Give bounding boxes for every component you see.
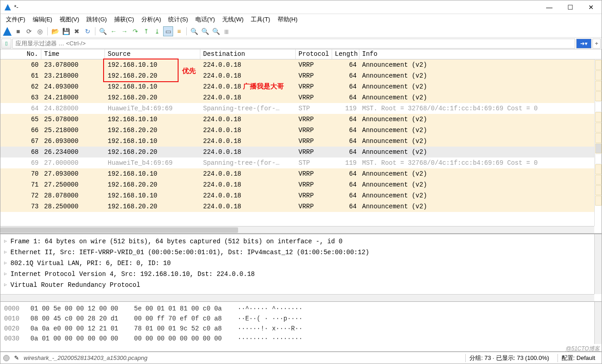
packet-row[interactable]: 6625.218000192.168.20.20224.0.0.18VRRP64…: [0, 125, 594, 136]
packet-row[interactable]: 7027.093000192.168.10.10224.0.0.18VRRP64…: [0, 168, 594, 179]
packet-row[interactable]: 6826.234000192.168.20.20224.0.0.18VRRP64…: [0, 147, 594, 157]
packet-list: No. Time Source Destination Protocol Len…: [0, 49, 602, 234]
header-protocol[interactable]: Protocol: [296, 49, 332, 59]
packet-row[interactable]: 6123.218000192.168.20.20224.0.0.18VRRP64…: [0, 70, 594, 81]
status-packets: 分组: 73 · 已显示: 73 (100.0%): [465, 354, 553, 362]
close-button[interactable]: ✕: [581, 0, 602, 14]
packet-details-body[interactable]: ▷Frame 1: 64 bytes on wire (512 bits), 6…: [0, 234, 594, 294]
header-time[interactable]: Time: [41, 49, 105, 59]
hex-row[interactable]: 000001 00 5e 00 00 12 00 005e 00 01 01 8…: [4, 304, 591, 314]
save-icon[interactable]: 💾: [61, 26, 71, 36]
menu-item[interactable]: 分析(A): [139, 15, 164, 25]
detail-line[interactable]: ▷Internet Protocol Version 4, Src: 192.1…: [4, 269, 591, 280]
jump-icon[interactable]: ↷: [130, 26, 140, 36]
reload-icon[interactable]: ↻: [83, 26, 93, 36]
menu-item[interactable]: 统计(S): [165, 15, 190, 25]
detail-line[interactable]: ▷802.1Q Virtual LAN, PRI: 6, DEI: 0, ID:…: [4, 258, 591, 269]
display-filter-input[interactable]: [12, 39, 575, 49]
resize-columns-icon[interactable]: ⫼: [222, 26, 232, 36]
caret-icon[interactable]: ▷: [4, 258, 10, 269]
packet-list-header: No. Time Source Destination Protocol Len…: [0, 49, 602, 59]
status-profile: 配置: Default: [557, 354, 599, 362]
detail-line[interactable]: ▷Frame 1: 64 bytes on wire (512 bits), 6…: [4, 236, 591, 247]
packet-row[interactable]: 7228.078000192.168.10.10224.0.0.18VRRP64…: [0, 190, 594, 201]
menu-item[interactable]: 帮助(H): [275, 15, 300, 25]
caret-icon[interactable]: ▷: [4, 269, 10, 280]
hex-row[interactable]: 00200a 0a e0 00 00 12 21 0178 01 00 01 9…: [4, 324, 591, 334]
window-controls: — ☐ ✕: [539, 0, 602, 14]
zoom-in-icon[interactable]: 🔍: [189, 26, 199, 36]
detail-line[interactable]: ▷Virtual Router Redundancy Protocol: [4, 280, 591, 290]
hex-row[interactable]: 00300a 01 00 00 00 00 00 0000 00 00 00 0…: [4, 334, 591, 344]
watermark: @51CTO博客: [566, 345, 600, 353]
header-length[interactable]: Length: [332, 49, 359, 59]
menu-item[interactable]: 电话(Y): [193, 15, 218, 25]
minimize-button[interactable]: —: [539, 0, 560, 14]
expert-icon[interactable]: [3, 355, 10, 361]
window-title: *-: [14, 4, 18, 10]
caret-icon[interactable]: ▷: [4, 247, 10, 258]
autoscroll-icon[interactable]: ▭: [163, 26, 173, 36]
horizontal-scrollbar[interactable]: [0, 294, 594, 301]
menu-item[interactable]: 编辑(E): [30, 15, 55, 25]
header-info[interactable]: Info: [359, 49, 602, 59]
menu-item[interactable]: 文件(F): [3, 15, 28, 25]
first-icon[interactable]: ⤒: [141, 26, 151, 36]
scroll-thumb[interactable]: [0, 227, 238, 233]
packet-row[interactable]: 6023.078000192.168.10.10224.0.0.18VRRP64…: [0, 59, 594, 70]
zoom-reset-icon[interactable]: 🔍: [211, 26, 221, 36]
menu-item[interactable]: 工具(T): [248, 15, 273, 25]
detail-line[interactable]: ▷Ethernet II, Src: IETF-VRRP-VRID_01 (00…: [4, 247, 591, 258]
horizontal-scrollbar[interactable]: [0, 226, 594, 233]
header-no[interactable]: No.: [0, 49, 41, 59]
find-icon[interactable]: 🔍: [98, 26, 108, 36]
status-file: wireshark_-_20200528134203_a15300.pcapng: [24, 354, 461, 361]
prev-icon[interactable]: ←: [109, 26, 119, 36]
app-icon: [4, 4, 11, 11]
last-icon[interactable]: ⤓: [152, 26, 162, 36]
caret-icon[interactable]: ▷: [4, 280, 10, 290]
next-icon[interactable]: →: [119, 26, 129, 36]
stop-capture-icon[interactable]: ■: [13, 26, 23, 36]
packet-row[interactable]: 6424.828000HuaweiTe_b4:69:69Spanning-tre…: [0, 103, 594, 114]
hex-body[interactable]: 000001 00 5e 00 00 12 00 005e 00 01 01 8…: [0, 302, 594, 351]
menu-item[interactable]: 跳转(G): [84, 15, 109, 25]
separator: [95, 27, 95, 35]
packet-row[interactable]: 7127.250000192.168.20.20224.0.0.18VRRP64…: [0, 179, 594, 190]
separator: [47, 27, 48, 35]
close-file-icon[interactable]: ✖: [72, 26, 82, 36]
packet-row[interactable]: 6726.093000192.168.10.10224.0.0.18VRRP64…: [0, 136, 594, 147]
open-icon[interactable]: 📂: [50, 26, 60, 36]
header-destination[interactable]: Destination: [200, 49, 296, 59]
start-capture-icon[interactable]: [2, 26, 12, 36]
filter-bar: ▯ ➜▾ +: [0, 38, 602, 49]
bookmark-icon[interactable]: ▯: [1, 39, 11, 49]
packet-row[interactable]: 6927.000000HuaweiTe_b4:69:69Spanning-tre…: [0, 157, 594, 168]
separator: [186, 27, 187, 35]
hex-pane: 000001 00 5e 00 00 12 00 005e 00 01 01 8…: [0, 302, 602, 352]
packet-row[interactable]: 6324.218000192.168.20.20224.0.0.18VRRP64…: [0, 92, 594, 103]
packet-row[interactable]: 7328.250000192.168.20.20224.0.0.18VRRP64…: [0, 201, 594, 212]
header-source[interactable]: Source: [105, 49, 200, 59]
packet-row[interactable]: 6525.078000192.168.10.10224.0.0.18VRRP64…: [0, 114, 594, 125]
menu-item[interactable]: 无线(W): [219, 15, 246, 25]
colorize-icon[interactable]: ≡: [174, 26, 184, 36]
titlebar: *- — ☐ ✕: [0, 0, 602, 14]
caret-icon[interactable]: ▷: [4, 236, 10, 247]
edit-icon[interactable]: ✎: [14, 354, 19, 361]
filter-add-button[interactable]: +: [592, 39, 601, 49]
packet-details: ▷Frame 1: 64 bytes on wire (512 bits), 6…: [0, 234, 602, 302]
filter-apply-button[interactable]: ➜▾: [576, 39, 592, 49]
vertical-scrollbar[interactable]: [594, 302, 602, 344]
hex-row[interactable]: 001008 00 45 c0 00 28 20 d100 00 ff 70 e…: [4, 314, 591, 324]
maximize-button[interactable]: ☐: [560, 0, 581, 14]
packet-row[interactable]: 6224.093000192.168.10.10224.0.0.18VRRP64…: [0, 81, 594, 92]
menu-item[interactable]: 视图(V): [57, 15, 82, 25]
menu-item[interactable]: 捕获(C): [111, 15, 137, 25]
main-content: No. Time Source Destination Protocol Len…: [0, 49, 602, 352]
zoom-out-icon[interactable]: 🔍: [200, 26, 210, 36]
capture-options-icon[interactable]: ◎: [35, 26, 45, 36]
packet-list-body[interactable]: 6023.078000192.168.10.10224.0.0.18VRRP64…: [0, 59, 594, 226]
restart-capture-icon[interactable]: ⟳: [24, 26, 34, 36]
vertical-scrollbar[interactable]: [594, 234, 602, 294]
